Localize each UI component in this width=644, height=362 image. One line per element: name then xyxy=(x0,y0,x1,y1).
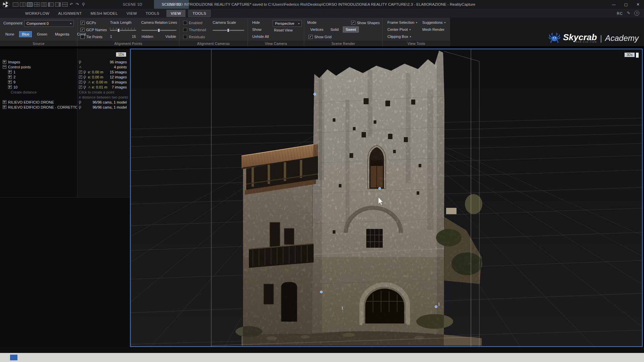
camera-relation-handle[interactable] xyxy=(158,28,160,32)
camera-scale-slider[interactable] xyxy=(213,30,244,31)
thumbnail-checkbox[interactable] xyxy=(183,28,187,32)
residuals-checkbox[interactable] xyxy=(183,35,187,39)
track-length-slider[interactable] xyxy=(110,30,136,31)
point-visibility-checkbox[interactable] xyxy=(79,80,82,84)
redo-icon[interactable]: ↷ xyxy=(75,2,80,7)
tree-row-rilievo-drone[interactable]: RILIEVO EDIFICIO DRONE 96/96 cams, 1 mod… xyxy=(0,100,129,105)
tie-points-checkbox-row[interactable]: Tie Points xyxy=(80,35,103,39)
center-pivot-button[interactable]: Center Pivot ▾ xyxy=(387,27,411,32)
tree-label: Images xyxy=(8,60,20,64)
frame-selection-button[interactable]: Frame Selection ▾ xyxy=(387,20,417,24)
undo-icon[interactable]: ↶ xyxy=(69,2,74,7)
tab-mesh-model[interactable]: MESH MODEL xyxy=(86,10,122,17)
residuals-checkbox-row[interactable]: Residuals xyxy=(183,35,205,39)
projection-dropdown[interactable]: Perspective ▾ xyxy=(273,20,302,27)
expand-icon[interactable] xyxy=(3,100,6,104)
tree-row-point-2[interactable]: 2 e: 0.00 m 12 images xyxy=(0,74,129,79)
expand-icon[interactable] xyxy=(8,70,12,74)
layout-two-columns-icon[interactable] xyxy=(20,2,25,7)
point-visibility-checkbox[interactable] xyxy=(79,85,82,89)
layout-left-pane-icon[interactable] xyxy=(48,2,54,7)
show-grid-checkbox-row[interactable]: Show Grid xyxy=(309,35,331,39)
show-button[interactable]: Show xyxy=(252,27,262,32)
clipping-box-button[interactable]: Clipping Box ▾ xyxy=(387,35,411,39)
tree-row-rilievo-drone-corretto[interactable]: RILIEVO EDIFICIO DRONE - CORRETTO 96/96 … xyxy=(0,105,129,110)
suggestions-button[interactable]: Suggestions ▾ xyxy=(422,20,446,24)
layout-active-icon[interactable] xyxy=(27,2,33,7)
color-blue-button[interactable]: Blue xyxy=(19,31,32,37)
hide-button[interactable]: Hide xyxy=(252,20,260,24)
gcp-names-checkbox[interactable] xyxy=(80,28,85,32)
color-green-button[interactable]: Green xyxy=(34,31,50,37)
tree-row-point-9[interactable]: 9 ⚠ e: 0.00 m 8 images xyxy=(0,79,129,84)
tree-row-point-10[interactable]: 10 ⚠ e: 0.01 m 7 images xyxy=(0,84,129,89)
panel-divider[interactable] xyxy=(0,197,129,197)
minimize-button[interactable]: — xyxy=(608,0,620,9)
expand-icon[interactable] xyxy=(8,75,12,79)
tab-context-view[interactable]: VIEW xyxy=(166,10,185,17)
gcps-checkbox-row[interactable]: GCPs xyxy=(80,20,96,25)
expand-icon[interactable] xyxy=(8,85,12,89)
pin-layout-icon[interactable]: ⚲ xyxy=(81,2,86,7)
3d-scene[interactable]: 1 1 xyxy=(131,49,642,346)
point-visibility-checkbox[interactable] xyxy=(79,75,82,79)
show-shapes-checkbox[interactable] xyxy=(351,21,355,25)
expand-icon[interactable] xyxy=(3,105,6,109)
tab-workflow[interactable]: WORKFLOW xyxy=(21,10,54,17)
window-title: CORSO INTRODUZIONE REALITY CAPTURE* save… xyxy=(169,0,475,9)
vertices-button[interactable]: Vertices xyxy=(307,26,326,33)
taskbar-item[interactable] xyxy=(10,355,17,360)
3d-viewport[interactable]: 1 1 3Ds xyxy=(130,49,643,347)
reset-view-button[interactable]: Reset View xyxy=(274,28,292,32)
tab-scene-1d[interactable]: SCENE 1D xyxy=(117,0,148,9)
collapse-icon[interactable] xyxy=(3,65,6,69)
tree-row-control-points[interactable]: Control points ⚠ 4 points xyxy=(0,64,129,69)
camera-scale-handle[interactable] xyxy=(227,28,229,32)
tab-context-tools[interactable]: TOOLS xyxy=(188,10,211,17)
tab-alignment[interactable]: ALIGNMENT xyxy=(54,10,86,17)
mesh-render-button[interactable]: Mesh Render xyxy=(422,27,444,32)
component-dropdown[interactable]: Component 0 ▾ xyxy=(24,20,74,27)
solid-button[interactable]: Solid xyxy=(327,26,341,33)
tree-row-create-distance[interactable]: Create distance Click to create a point xyxy=(0,89,129,95)
pin-icon xyxy=(84,81,86,83)
tree-label: Control points xyxy=(8,65,31,69)
camera-relation-slider[interactable] xyxy=(142,30,176,31)
brand-divider: | xyxy=(600,34,602,43)
color-none-button[interactable]: None xyxy=(3,31,17,37)
point-error: e: 0.00 m xyxy=(88,70,103,74)
sweet-button[interactable]: Sweet xyxy=(343,26,359,33)
enabled-checkbox-row[interactable]: Enabled xyxy=(183,20,202,25)
layout-single-icon[interactable] xyxy=(13,2,18,7)
tab-view[interactable]: VIEW xyxy=(122,10,141,17)
unhide-all-button[interactable]: Unhide All xyxy=(252,35,269,39)
tree-row-distance-hint: e distance between two points xyxy=(0,95,129,100)
group-alignment-cameras: Enabled Thumbnail Residuals Camera Scale… xyxy=(179,18,248,46)
help-icon[interactable]: ? xyxy=(634,11,639,16)
point-visibility-checkbox[interactable] xyxy=(79,70,82,74)
edit-pencil-icon[interactable]: ✎ xyxy=(626,11,631,15)
track-length-handle[interactable] xyxy=(117,28,120,32)
gcps-checkbox[interactable] xyxy=(80,21,85,25)
layout-three-columns-icon[interactable] xyxy=(41,2,47,7)
close-button[interactable]: ✕ xyxy=(632,0,644,9)
maximize-button[interactable]: ▢ xyxy=(620,0,632,9)
show-grid-checkbox[interactable] xyxy=(309,35,313,39)
layout-rows-icon[interactable] xyxy=(62,2,68,7)
source-tree: Images 96 images Control points ⚠ 4 poin… xyxy=(0,59,129,110)
enabled-checkbox[interactable] xyxy=(183,21,187,25)
tab-tools[interactable]: TOOLS xyxy=(141,10,164,17)
expand-icon[interactable] xyxy=(8,80,12,84)
layout-right-pane-icon[interactable] xyxy=(55,2,61,7)
gcp-names-checkbox-row[interactable]: GCP Names xyxy=(80,27,107,32)
tree-row-point-1[interactable]: 1 e: 0.00 m 15 images xyxy=(0,69,129,74)
tree-row-images[interactable]: Images 96 images xyxy=(0,59,129,64)
color-magenta-button[interactable]: Magenta xyxy=(52,31,72,37)
chevron-down-icon: ▾ xyxy=(410,35,411,38)
thumbnail-checkbox-row[interactable]: Thumbnail xyxy=(183,27,206,32)
expand-icon[interactable] xyxy=(3,60,6,64)
layout-quad-icon[interactable] xyxy=(34,2,40,7)
tie-points-checkbox[interactable] xyxy=(80,35,85,39)
brand-name: Skycrab xyxy=(563,34,597,41)
show-shapes-checkbox-row[interactable]: Show Shapes xyxy=(351,20,380,25)
